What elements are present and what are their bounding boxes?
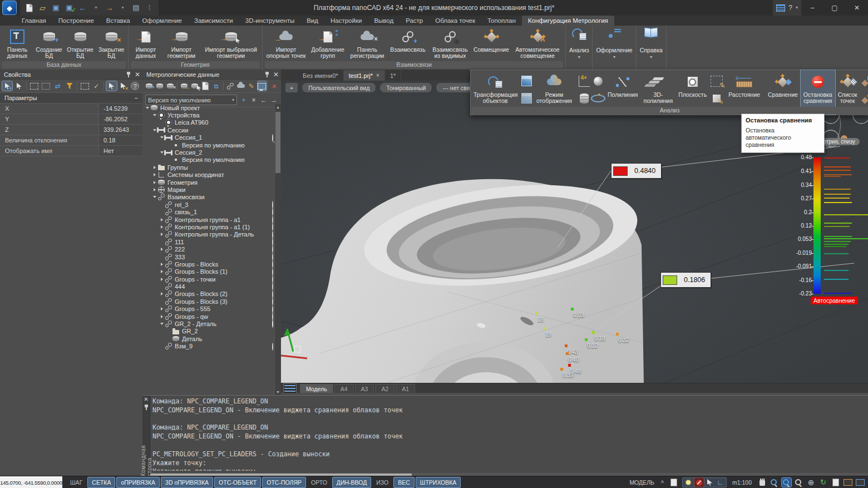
caret-closed-icon[interactable]	[159, 270, 164, 273]
caret-closed-icon[interactable]	[159, 218, 164, 221]
property-row[interactable]: Отображать имяНет	[0, 146, 142, 156]
circle-icon[interactable]	[272, 239, 273, 245]
caret-closed-icon[interactable]	[159, 225, 164, 229]
caret-closed-icon[interactable]	[159, 278, 164, 281]
tree-item[interactable]: связь_1	[142, 208, 275, 215]
axis4-icon[interactable]	[579, 76, 589, 86]
lamp-icon[interactable]	[684, 478, 693, 487]
refresh-icon[interactable]: ↻	[818, 478, 828, 487]
rect-select-icon[interactable]	[29, 81, 39, 91]
ribbon-button[interactable]: AАвтоматическое совмещение	[511, 26, 564, 61]
sheets-icon[interactable]	[831, 478, 840, 487]
circle-icon[interactable]	[272, 313, 273, 320]
pin-icon[interactable]	[265, 72, 269, 77]
db-add-icon[interactable]: +	[145, 81, 154, 91]
menu-tab-Вставка[interactable]: Вставка	[100, 16, 136, 26]
caret-open-icon[interactable]	[159, 323, 164, 325]
pointer-icon[interactable]	[106, 81, 116, 91]
display-icon[interactable]	[258, 81, 267, 91]
tree-item[interactable]: Геометрия	[142, 179, 275, 186]
status-toggle-оПРИВЯЗКА[interactable]: оПРИВЯЗКА	[116, 477, 160, 488]
cube2-icon[interactable]	[521, 93, 532, 103]
points-circle-icon[interactable]	[862, 93, 868, 103]
circle-icon[interactable]	[272, 291, 273, 298]
deviation-annotation[interactable]: 0.4840	[611, 163, 662, 179]
menu-tab-Построение[interactable]: Построение	[52, 16, 100, 26]
ribbon-button[interactable]: Панель данных	[1, 26, 33, 61]
document-tab[interactable]: Без имени0*	[298, 70, 344, 81]
tree-item[interactable]: Устройства	[142, 111, 275, 119]
document-tab[interactable]: 1*	[385, 70, 401, 81]
tree-item[interactable]: Groups - Blocks (2)	[142, 290, 275, 298]
circle-icon[interactable]	[272, 276, 273, 283]
ribbon-button[interactable]: +Создание БД	[33, 26, 65, 61]
tree-item[interactable]: GR_2	[142, 328, 275, 335]
circle-icon[interactable]	[272, 254, 273, 260]
tree-item[interactable]: Groups - qw	[142, 313, 275, 320]
tree-item[interactable]: 444	[142, 283, 275, 290]
command-line-tab[interactable]: Командная строка	[140, 425, 152, 476]
save-all-icon[interactable]: ▣✓	[65, 3, 74, 13]
point-label[interactable]: 0.39	[563, 372, 573, 378]
layout-tab-Модель[interactable]: Модель	[300, 384, 333, 393]
status-toggle-3D оПРИВЯЗКА[interactable]: 3D оПРИВЯЗКА	[161, 477, 213, 488]
caret-open-icon[interactable]	[159, 151, 164, 154]
document-tab[interactable]: test1.prj*×	[344, 70, 385, 81]
circle-icon[interactable]	[272, 306, 273, 313]
tree-item[interactable]: Взм_9	[142, 343, 275, 350]
tree-item[interactable]: Groups - 555	[142, 305, 275, 313]
selection-block-icon[interactable]	[694, 478, 704, 487]
property-value[interactable]: 0.18	[98, 135, 142, 145]
circle-icon[interactable]	[272, 224, 273, 230]
ribbon-button[interactable]: →Импорт выбранной геометрии	[201, 26, 261, 61]
layout-tab-A2[interactable]: A2	[375, 384, 394, 393]
status-toggle-ОРТО[interactable]: ОРТО	[307, 477, 331, 487]
tree-item[interactable]: Группы	[142, 164, 275, 171]
cursor-menu-icon[interactable]	[705, 478, 714, 487]
tree-item[interactable]: Новый проект	[142, 104, 275, 111]
tree-item[interactable]: Версия по умолчанию	[142, 141, 275, 149]
close-icon[interactable]: ✕	[144, 397, 148, 402]
status-toggle-ИЗО[interactable]: ИЗО	[372, 477, 392, 487]
menu-tab-Топоплан[interactable]: Топоплан	[481, 16, 522, 26]
property-row[interactable]: Z339.2643	[0, 125, 142, 135]
pencil-path-icon[interactable]	[711, 76, 722, 86]
tree-item[interactable]: Деталь	[142, 335, 275, 342]
scrollbar-thumb[interactable]	[275, 112, 280, 173]
point-label[interactable]: 19	[545, 332, 551, 338]
properties-section-header[interactable]: Параметры −	[0, 93, 142, 103]
print-icon[interactable]: ▤	[131, 3, 141, 13]
ribbon-dropdown-Оформление[interactable]: Оформление▾	[593, 26, 636, 70]
zoom-doc-icon[interactable]	[794, 478, 803, 487]
delete-version-button[interactable]: ×	[249, 96, 258, 104]
menu-tab-Вид[interactable]: Вид	[300, 16, 324, 26]
pin-icon[interactable]	[144, 405, 149, 410]
tree-item[interactable]: Groups - Blocks (3)	[142, 298, 275, 305]
zoom-window-icon[interactable]	[782, 478, 791, 487]
close-icon[interactable]: ✕	[273, 72, 279, 77]
property-row[interactable]: Y-86.2052	[0, 114, 142, 125]
command-history[interactable]: Команда: NPC_COMPARE_LEGEND_ON NPC_COMPA…	[152, 397, 866, 471]
prev-version-button[interactable]: ←	[259, 96, 268, 104]
coords-icon[interactable]: ⧉	[212, 81, 221, 91]
new-file-icon[interactable]	[24, 3, 34, 13]
db-remove-icon[interactable]: ×	[166, 81, 175, 91]
toolbox-icon[interactable]	[776, 4, 785, 12]
caret-closed-icon[interactable]	[159, 248, 164, 251]
point-label[interactable]: 18	[537, 317, 544, 323]
ellipse-icon[interactable]	[593, 93, 603, 103]
property-row[interactable]: Величина отклонения0.18	[0, 135, 142, 146]
property-value[interactable]: 339.2643	[98, 125, 142, 135]
menu-tab-Облака точек[interactable]: Облака точек	[429, 16, 481, 26]
qat-more-icon[interactable]: ⁞	[145, 3, 154, 13]
circle-icon[interactable]	[272, 216, 273, 223]
ribbon-button[interactable]: Открытие БД	[65, 26, 96, 61]
pin-icon[interactable]	[126, 72, 131, 77]
pan-hand-icon[interactable]	[757, 478, 767, 487]
caret-closed-icon[interactable]	[152, 188, 157, 191]
sphere-icon[interactable]	[593, 76, 603, 86]
model-space-label[interactable]: МОДЕЛЬ	[629, 479, 654, 486]
circle-icon[interactable]	[272, 209, 273, 215]
status-toggle-ВЕС[interactable]: ВЕС	[393, 477, 415, 488]
close-red-icon[interactable]: ×	[270, 81, 279, 91]
